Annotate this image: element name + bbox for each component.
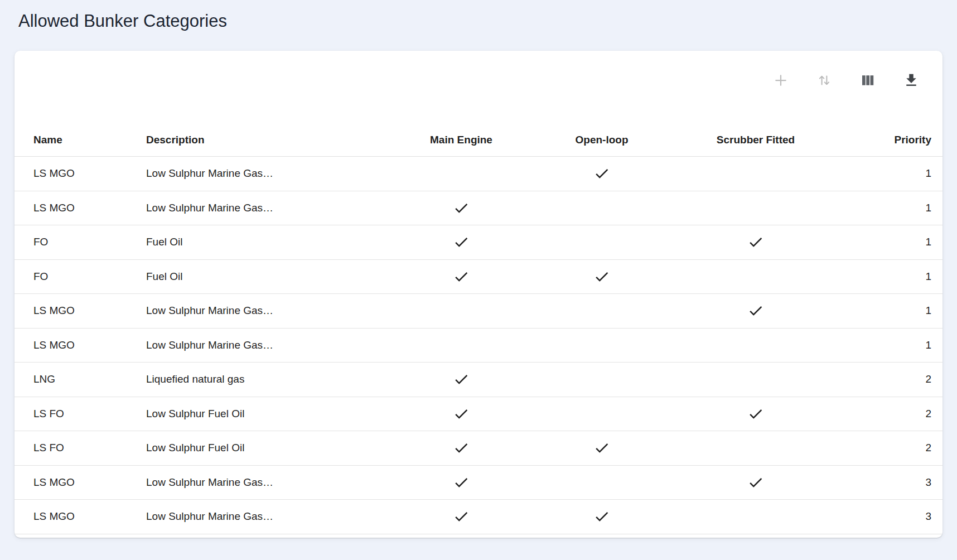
table-header-row: Name Description Main Engine Open-loop S… [14,123,942,157]
column-header-description[interactable]: Description [146,134,392,146]
cell-scrubber-fitted [673,302,839,319]
column-header-priority[interactable]: Priority [839,134,931,146]
cell-priority: 1 [839,271,931,283]
table-row[interactable]: LS MGO Low Sulphur Marine Gas… 3 [14,500,942,534]
check-icon [453,474,470,491]
cell-priority: 1 [839,167,931,180]
cell-name: LS MGO [33,339,146,351]
cell-description: Liquefied natural gas [146,373,392,385]
cell-main-engine [392,371,531,388]
table-row[interactable]: FO Fuel Oil 1 [14,225,942,260]
cell-description: Low Sulphur Marine Gas… [146,167,392,180]
cell-main-engine [392,234,531,250]
sort-button[interactable] [814,71,834,91]
check-icon [453,405,470,422]
column-header-scrubber-fitted[interactable]: Scrubber Fitted [673,134,839,146]
check-icon [453,440,470,456]
cell-priority: 1 [839,305,931,317]
cell-open-loop [531,268,673,285]
cell-open-loop [531,440,673,456]
table-row[interactable]: LS MGO Low Sulphur Marine Gas… 1 [14,329,942,363]
check-icon [453,508,470,525]
table-toolbar [14,51,942,123]
cell-description: Low Sulphur Marine Gas… [146,202,392,214]
check-icon [453,234,470,250]
check-icon [593,440,610,456]
cell-name: LS MGO [33,305,146,317]
cell-priority: 1 [839,202,931,214]
column-header-open-loop[interactable]: Open-loop [531,134,673,146]
cell-main-engine [392,268,531,285]
check-icon [453,200,470,216]
cell-description: Fuel Oil [146,271,392,283]
check-icon [453,268,470,285]
cell-description: Low Sulphur Marine Gas… [146,305,392,317]
cell-name: LS FO [33,408,146,420]
cell-priority: 1 [839,236,931,248]
download-icon [903,72,920,90]
column-header-main-engine[interactable]: Main Engine [392,134,531,146]
check-icon [593,508,610,525]
cell-description: Low Sulphur Marine Gas… [146,339,392,351]
cell-open-loop [531,508,673,525]
table-body: LS MGO Low Sulphur Marine Gas… 1 LS MGO … [14,157,942,534]
card-bottom-padding [14,534,942,538]
cell-name: LS MGO [33,476,146,489]
cell-main-engine [392,440,531,456]
cell-description: Low Sulphur Fuel Oil [146,408,392,420]
cell-main-engine [392,508,531,525]
plus-icon [772,72,789,90]
cell-scrubber-fitted [673,405,839,422]
cell-priority: 2 [839,408,931,420]
cell-description: Low Sulphur Marine Gas… [146,476,392,489]
check-icon [453,371,470,388]
columns-icon [859,72,876,90]
table-row[interactable]: LS MGO Low Sulphur Marine Gas… 3 [14,466,942,500]
check-icon [747,405,764,422]
table-row[interactable]: LS MGO Low Sulphur Marine Gas… 1 [14,157,942,191]
table-row[interactable]: LS MGO Low Sulphur Marine Gas… 1 [14,294,942,329]
add-button[interactable] [771,71,791,91]
download-button[interactable] [901,71,921,91]
cell-priority: 2 [839,442,931,454]
columns-button[interactable] [858,71,878,91]
cell-name: LNG [33,373,146,385]
bunker-categories-card: Name Description Main Engine Open-loop S… [14,51,942,538]
table-row[interactable]: LNG Liquefied natural gas 2 [14,363,942,397]
sort-arrows-icon [816,72,833,90]
check-icon [747,234,764,250]
cell-name: FO [33,271,146,283]
check-icon [747,302,764,319]
check-icon [747,474,764,491]
cell-name: LS MGO [33,167,146,180]
table-row[interactable]: LS FO Low Sulphur Fuel Oil 2 [14,397,942,432]
check-icon [593,165,610,182]
cell-scrubber-fitted [673,234,839,250]
cell-description: Low Sulphur Marine Gas… [146,510,392,523]
cell-name: LS FO [33,442,146,454]
cell-scrubber-fitted [673,474,839,491]
table-row[interactable]: FO Fuel Oil 1 [14,260,942,295]
cell-description: Low Sulphur Fuel Oil [146,442,392,454]
cell-description: Fuel Oil [146,236,392,248]
cell-name: FO [33,236,146,248]
cell-name: LS MGO [33,510,146,523]
cell-priority: 3 [839,510,931,523]
column-header-name[interactable]: Name [33,134,146,146]
table-row[interactable]: LS MGO Low Sulphur Marine Gas… 1 [14,191,942,226]
cell-main-engine [392,405,531,422]
cell-open-loop [531,165,673,182]
cell-priority: 2 [839,373,931,385]
cell-main-engine [392,474,531,491]
cell-priority: 1 [839,339,931,351]
table-row[interactable]: LS FO Low Sulphur Fuel Oil 2 [14,431,942,466]
cell-priority: 3 [839,476,931,489]
page-title: Allowed Bunker Categories [18,10,942,32]
check-icon [593,268,610,285]
cell-name: LS MGO [33,202,146,214]
cell-main-engine [392,200,531,216]
